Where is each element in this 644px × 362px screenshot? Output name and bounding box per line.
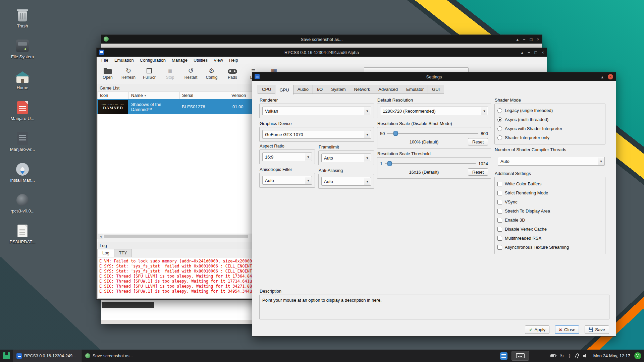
menu-file[interactable]: File [98,57,111,64]
shade-button[interactable]: ▴ [601,74,603,79]
aspect-ratio-select[interactable]: 16:9 ▾ [262,153,312,161]
desktop-icon-label: Install Man... [10,178,35,183]
tab-system[interactable]: System [327,85,350,94]
close-button[interactable]: ✖ Close [555,325,579,334]
screenshooter-icon [85,353,90,358]
applications-menu-button[interactable] [0,350,13,362]
checkbox-asynchronous-texture-streaming[interactable]: Asynchronous Texture Streaming [497,243,602,252]
desktop-icon-manjaro-archive[interactable]: Manjaro-Ar... [6,130,39,161]
clipboard-manager-icon[interactable] [575,353,579,359]
shade-button[interactable]: ▴ [516,37,519,42]
radio-legacy-single-threaded[interactable]: Legacy (single threaded) [497,106,602,115]
volume-icon[interactable] [583,354,588,358]
desktop-icon-rpcs3-appimage[interactable]: rpcs3-v0.0... [6,192,39,223]
checkbox-enable-3d[interactable]: Enable 3D [497,216,602,225]
minimize-button[interactable]: − [523,37,526,42]
desktop-icon-trash[interactable]: Trash [6,7,39,38]
resolution-threshold-slider[interactable] [385,161,476,167]
desktop-icon-label: Home [17,85,29,90]
anti-aliasing-label: Anti-Aliasing [319,168,374,173]
menu-emulation[interactable]: Emulation [111,57,137,64]
tab-network[interactable]: Network [350,85,375,94]
tab-advanced[interactable]: Advanced [374,85,402,94]
stop-button[interactable]: ■ Stop [160,65,180,81]
column-header-name[interactable]: Name ▾ [129,92,180,99]
resolution-scale-reset-button[interactable]: Reset [468,138,488,145]
default-resolution-select[interactable]: 1280x720 (Recommended) ▾ [380,107,488,115]
close-button[interactable]: × [608,74,613,79]
resolution-threshold-reset-button[interactable]: Reset [468,168,488,176]
panel-plugin-icon[interactable] [500,352,507,360]
taskbar-item-save-screenshot[interactable]: Save screenshot as... [82,350,150,362]
anisotropic-filter-select[interactable]: Auto ▾ [262,176,312,185]
checkbox-multithreaded-rsx[interactable]: Multithreaded RSX [497,234,602,243]
graphics-device-select[interactable]: GeForce GTX 1070 ▾ [262,130,371,139]
updates-icon[interactable]: ↻ [560,354,564,358]
desktop-icon-home[interactable]: Home [6,68,39,99]
resolution-scale-slider[interactable] [387,130,478,136]
scrollbar-thumb[interactable] [104,235,248,238]
chevron-down-icon: ▾ [598,158,604,165]
checkbox-write-color-buffers[interactable]: Write Color Buffers [497,179,602,188]
slider-handle[interactable] [387,161,392,166]
tab-log[interactable]: Log [97,249,114,257]
battery-icon[interactable] [550,354,556,357]
tab-gui[interactable]: GUI [428,85,444,94]
manjaro-menu-icon [3,352,10,359]
slider-max: 800 [481,131,488,136]
shader-compiler-threads-select[interactable]: Auto ▾ [498,157,605,166]
clock[interactable]: Mon 24 May, 12:17 [593,353,630,358]
apply-button[interactable]: ✔ Apply [525,325,549,334]
tab-gpu[interactable]: GPU [275,85,293,95]
menu-manage[interactable]: Manage [169,57,191,64]
bluetooth-icon[interactable]: ᛒ [568,354,571,358]
taskbar-item-rpcs3[interactable]: RPCS3 0.0.16-12304-249... [13,350,82,362]
rpcs3-titlebar[interactable]: RPCS3 0.0.16-12304-2491aad6 Alpha ▴ − □ … [97,48,547,57]
checkbox-disable-vertex-cache[interactable]: Disable Vertex Cache [497,225,602,234]
tab-io[interactable]: I/O [313,85,327,94]
save-button[interactable]: Save [585,325,609,334]
radio-async-with-shader-interpreter[interactable]: Async with Shader Interpreter [497,124,602,133]
fullscreen-button[interactable]: FullScr [139,65,160,81]
menu-utilities[interactable]: Utilities [191,57,211,64]
refresh-button[interactable]: ↻ Refresh [118,65,139,81]
tab-cpu[interactable]: CPU [258,85,275,94]
shade-button[interactable]: ▴ [521,50,523,55]
close-button[interactable]: × [541,50,544,55]
menu-help[interactable]: Help [226,57,241,64]
pads-button[interactable]: Pads [222,65,243,81]
default-resolution-label: Default Resolution [377,98,491,103]
desktop-icon-manjaro-pdf[interactable]: Manjaro U... [6,99,39,130]
menu-view[interactable]: View [211,57,226,64]
notification-status-icon[interactable] [634,352,641,359]
scroll-left-arrow-icon[interactable]: ◂ [98,234,103,239]
tab-emulator[interactable]: Emulator [402,85,428,94]
maximize-button[interactable]: □ [530,37,533,42]
menu-configuration[interactable]: Configuration [137,57,169,64]
open-button[interactable]: Open [97,65,118,81]
renderer-select[interactable]: Vulkan ▾ [262,107,371,115]
desktop-icon-ps3updat[interactable]: PS3UPDAT... [6,223,39,253]
desktop-icon-install-manager[interactable]: Install Man... [6,161,39,192]
settings-titlebar[interactable]: Settings ▴ × [252,72,616,81]
anti-aliasing-select[interactable]: Auto ▾ [321,177,371,186]
checkbox-strict-rendering-mode[interactable]: Strict Rendering Mode [497,188,602,197]
maximize-button[interactable]: □ [535,50,537,55]
save-window-titlebar[interactable]: Save screenshot as... ▴ − □ × [101,35,542,44]
config-button[interactable]: ⚙ Config [201,65,222,81]
column-header-icon[interactable]: Icon [98,92,129,99]
close-button[interactable]: × [537,37,539,42]
desktop-icon-filesystem[interactable]: File System [6,38,39,68]
restart-button[interactable]: ↺ Restart [180,65,201,81]
radio-async-multi-threaded[interactable]: Async (multi threaded) [497,115,602,124]
minimize-button[interactable]: − [528,50,530,55]
framelimit-select[interactable]: Auto ▾ [321,154,371,162]
checkbox-stretch-to-display-area[interactable]: Stretch To Display Area [497,206,602,216]
checkbox-vsync[interactable]: VSync [497,197,602,206]
keyboard-layout-button[interactable] [512,351,529,361]
tab-audio[interactable]: Audio [293,85,313,94]
column-header-serial[interactable]: Serial [180,92,229,99]
tab-tty[interactable]: TTY [114,249,132,257]
slider-handle[interactable] [393,131,398,136]
radio-shader-interpreter-only[interactable]: Shader Interpreter only [497,133,602,142]
